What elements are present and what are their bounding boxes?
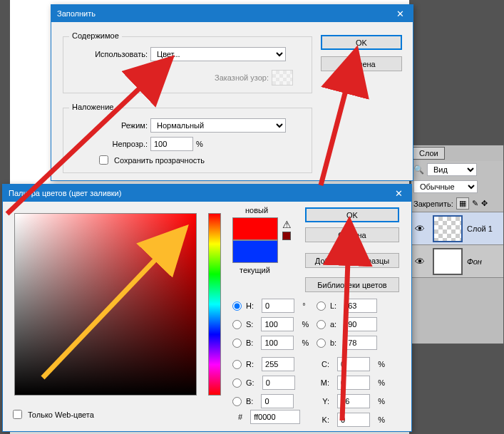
percent-label: %: [196, 140, 203, 148]
visibility-icon[interactable]: 👁: [411, 256, 428, 267]
l-radio[interactable]: [317, 301, 326, 311]
ok-button[interactable]: OK: [321, 35, 402, 50]
warning-icon[interactable]: ⚠: [282, 219, 292, 230]
current-color-swatch[interactable]: [232, 240, 278, 263]
mode-select[interactable]: Нормальный: [150, 118, 286, 133]
lab-b-radio[interactable]: [317, 339, 326, 348]
opacity-label: Непрозр.:: [69, 140, 148, 148]
b-hsb-input[interactable]: [261, 336, 294, 350]
fill-title: Заполнить: [57, 9, 96, 18]
close-icon[interactable]: ✕: [391, 188, 406, 199]
ok-button[interactable]: OK: [305, 207, 399, 222]
lab-b-input[interactable]: [344, 336, 377, 350]
color-libs-button[interactable]: Библиотеки цветов: [305, 277, 399, 292]
s-input[interactable]: [261, 317, 294, 331]
layer-name: Слой 1: [467, 224, 493, 233]
b-hsb-radio[interactable]: [232, 339, 242, 348]
k-input[interactable]: [337, 413, 370, 427]
web-only-label: Только Web-цвета: [28, 410, 94, 419]
s-radio[interactable]: [232, 320, 242, 329]
lock-move-icon[interactable]: ✥: [481, 199, 488, 208]
pattern-picker: [272, 70, 293, 86]
preserve-label: Сохранить прозрачность: [114, 156, 205, 165]
lock-brush-icon[interactable]: ✎: [472, 199, 478, 208]
mode-label: Режим:: [69, 121, 148, 130]
use-select[interactable]: Цвет...: [150, 47, 286, 61]
new-color-swatch: [232, 217, 278, 240]
current-label: текущий: [240, 266, 270, 274]
layer-thumb: [433, 248, 463, 275]
a-input[interactable]: [344, 317, 377, 331]
fill-dialog: Заполнить ✕ Содержимое Использовать: Цве…: [51, 4, 413, 181]
lock-pixels-icon[interactable]: ▦: [456, 197, 469, 210]
search-icon: 🔍: [413, 165, 424, 175]
l-input[interactable]: [344, 299, 377, 313]
fill-titlebar[interactable]: Заполнить ✕: [51, 5, 413, 22]
visibility-icon[interactable]: 👁: [411, 223, 428, 234]
layer-name: Фон: [467, 257, 482, 266]
layers-panel: Слои 🔍 Вид Обычные Закрепить: ▦ ✎ ✥ 👁 Сл…: [411, 145, 504, 344]
layer-kind-select[interactable]: Вид: [427, 163, 477, 176]
color-title: Палитра цветов (цвет заливки): [9, 189, 121, 197]
use-label: Использовать:: [69, 50, 148, 58]
b-rgb-radio[interactable]: [232, 397, 242, 406]
cancel-button[interactable]: Отмена: [305, 227, 399, 242]
lock-label: Закрепить:: [413, 200, 453, 208]
gamut-icon[interactable]: [282, 232, 291, 240]
preserve-checkbox[interactable]: [99, 155, 108, 165]
g-radio[interactable]: [232, 378, 242, 388]
add-swatch-button[interactable]: Добавить в образцы: [305, 253, 399, 268]
r-radio[interactable]: [232, 360, 242, 369]
cancel-button[interactable]: Отмена: [321, 56, 402, 71]
a-radio[interactable]: [317, 320, 326, 329]
g-input[interactable]: [262, 376, 295, 390]
content-group-label: Содержимое: [69, 31, 122, 40]
layers-tab[interactable]: Слои: [413, 147, 445, 160]
hex-input[interactable]: [250, 410, 300, 424]
b-rgb-input[interactable]: [261, 394, 294, 408]
blend-group: Наложение Режим: Нормальный Непрозр.: % …: [63, 108, 312, 173]
color-picker-dialog: Палитра цветов (цвет заливки) ✕ новый те…: [2, 184, 412, 432]
new-label: новый: [245, 206, 268, 215]
pattern-label: Заказной узор:: [69, 73, 269, 82]
content-group: Содержимое Использовать: Цвет... Заказно…: [63, 36, 312, 93]
close-icon[interactable]: ✕: [393, 9, 407, 19]
layer-row-bg[interactable]: 👁 Фон: [411, 245, 503, 278]
blend-mode-select[interactable]: Обычные: [413, 180, 478, 193]
opacity-input[interactable]: [150, 137, 193, 151]
m-input[interactable]: [337, 376, 370, 390]
y-input[interactable]: [337, 394, 370, 408]
layer-thumb: [433, 215, 463, 242]
r-input[interactable]: [262, 357, 294, 371]
web-only-checkbox[interactable]: [13, 410, 22, 419]
blend-group-label: Наложение: [69, 103, 116, 111]
c-input[interactable]: [337, 357, 370, 371]
h-input[interactable]: [262, 299, 294, 313]
h-row: H: °: [232, 299, 309, 313]
layer-row-1[interactable]: 👁 Слой 1: [411, 212, 503, 245]
hue-slider[interactable]: [208, 213, 221, 396]
h-radio[interactable]: [232, 301, 242, 311]
hash-label: #: [238, 413, 242, 421]
color-field[interactable]: [14, 213, 197, 396]
color-titlebar[interactable]: Палитра цветов (цвет заливки) ✕: [3, 185, 411, 202]
